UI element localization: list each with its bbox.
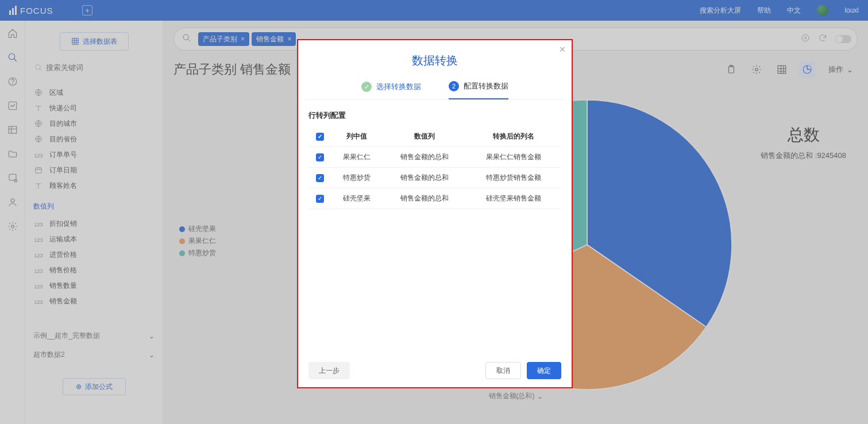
modal-highlight-border: ✕ 数据转换 ✓ 选择转换数据 2 配置转换数据 行转列配置 ✓ 列中值 数值列… [297,39,573,388]
cell-out: 特惠炒货销售金额 [466,168,561,188]
ok-button[interactable]: 确定 [527,362,561,379]
row-checkbox[interactable]: ✓ [316,153,324,161]
check-icon: ✓ [361,82,372,92]
step-1[interactable]: ✓ 选择转换数据 [361,81,421,99]
cancel-button[interactable]: 取消 [485,362,521,379]
prev-button[interactable]: 上一步 [308,362,350,379]
cell-col: 硅壳坚果 [331,188,383,209]
table-row: ✓ 硅壳坚果 销售金额的总和 硅壳坚果销售金额 [308,188,561,209]
modal-footer: 上一步 取消 确定 [298,354,572,387]
table-row: ✓ 特惠炒货 销售金额的总和 特惠炒货销售金额 [308,168,561,188]
th-out: 转换后的列名 [466,126,561,147]
row-checkbox[interactable]: ✓ [316,195,324,203]
cell-col: 特惠炒货 [331,168,383,188]
step-1-label: 选择转换数据 [376,82,421,92]
modal-steps: ✓ 选择转换数据 2 配置转换数据 [298,76,572,99]
data-transform-modal: ✕ 数据转换 ✓ 选择转换数据 2 配置转换数据 行转列配置 ✓ 列中值 数值列… [298,40,572,387]
table-row: ✓ 果果仁仁 销售金额的总和 果果仁仁销售金额 [308,147,561,168]
th-val: 数值列 [383,126,466,147]
row-checkbox[interactable]: ✓ [316,174,324,182]
cell-val: 销售金额的总和 [383,147,466,168]
modal-title: 数据转换 [298,40,572,76]
checkbox-all[interactable]: ✓ [316,133,324,141]
cell-col: 果果仁仁 [331,147,383,168]
step-2-number: 2 [449,81,459,91]
step-2[interactable]: 2 配置转换数据 [449,81,508,99]
config-table: ✓ 列中值 数值列 转换后的列名 ✓ 果果仁仁 销售金额的总和 果果仁仁销售金额… [308,126,561,209]
cell-out: 硅壳坚果销售金额 [466,188,561,209]
cell-out: 果果仁仁销售金额 [466,147,561,168]
cell-val: 销售金额的总和 [383,168,466,188]
close-icon[interactable]: ✕ [559,45,566,54]
config-section-title: 行转列配置 [298,100,572,126]
step-2-label: 配置转换数据 [464,81,508,91]
th-col: 列中值 [331,126,383,147]
cell-val: 销售金额的总和 [383,188,466,209]
